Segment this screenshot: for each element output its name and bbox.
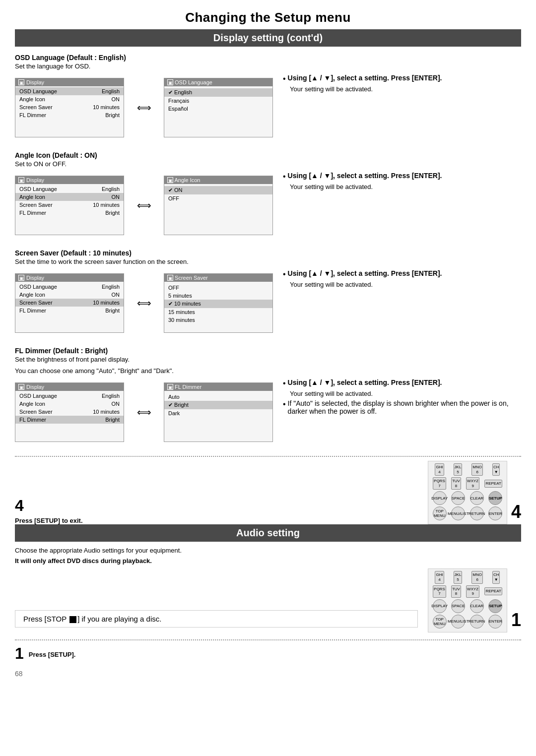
- sub-menu-item: OFF: [164, 194, 272, 202]
- fl-instruction-note2: If "Auto" is selected, the display is sh…: [288, 399, 521, 415]
- step4-number-right: 4: [511, 502, 521, 522]
- angle-display-menu-title: Display: [26, 177, 44, 183]
- remote-btn-9a: WXYZ9: [466, 585, 479, 598]
- remote-btn-menulista: MENU/LIST: [451, 615, 465, 629]
- screen-saver-block: Screen Saver (Default : 10 minutes) Set …: [15, 249, 521, 337]
- osd-language-subtitle: Set the language for OSD.: [15, 63, 521, 70]
- audio-step1-number: 1: [15, 644, 24, 663]
- osd-sub-menu: ▣ OSD Language ✔ English Français Españo…: [164, 78, 273, 137]
- menu-row: OSD LanguageEnglish: [15, 87, 124, 95]
- menu-icon: ▣: [18, 79, 24, 85]
- angle-sub-menu-title: Angle Icon: [174, 177, 200, 183]
- angle-icon-block: Angle Icon (Default : ON) Set to ON or O…: [15, 151, 521, 239]
- osd-display-menu: ▣ Display OSD LanguageEnglish Angle Icon…: [15, 78, 124, 137]
- remote-btn-topmenua: TOP MENU: [433, 615, 447, 629]
- remote-btn-4a: GHI4: [435, 571, 444, 583]
- stop-icon: [69, 616, 76, 623]
- sub-menu-item: ✔ ON: [164, 186, 272, 194]
- ss-display-menu: ▣ Display OSD LanguageEnglish Angle Icon…: [15, 273, 124, 333]
- menu-row: Angle IconON: [15, 193, 124, 201]
- menu-row: Angle IconON: [15, 291, 124, 299]
- arrow: ⟺: [129, 102, 159, 114]
- remote-btn-8a: TUV8: [451, 585, 461, 598]
- sub-menu-item: OFF: [164, 284, 272, 292]
- remote-btn-enter: ENTER: [488, 506, 502, 520]
- audio-intro: Choose the appropriate Audio settings fo…: [15, 547, 521, 554]
- ss-instruction-panel: • Using [▲ / ▼], select a setting. Press…: [278, 269, 521, 288]
- step4-number: 4: [15, 497, 83, 515]
- bullet: •: [283, 399, 286, 409]
- menu-row: FL DimmerBright: [15, 307, 124, 315]
- press-setup-exit: Press [SETUP] to exit.: [15, 517, 83, 524]
- remote-btn-cleara: CLEAR: [470, 599, 484, 613]
- angle-icon-subtitle: Set to ON or OFF.: [15, 160, 521, 168]
- page-number: 68: [15, 670, 521, 678]
- fl-instruction-note1: Your setting will be activated.: [283, 390, 521, 397]
- remote-btn-4: GHI4: [435, 463, 444, 476]
- remote-btn-repeat: REPEAT: [484, 480, 502, 488]
- angle-icon-title: Angle Icon (Default : ON): [15, 151, 521, 159]
- remote-btn-5: JKL5: [454, 463, 463, 476]
- menu-row: Screen Saver10 minutes: [15, 201, 124, 209]
- fl-display-menu-title: Display: [26, 384, 44, 390]
- bullet: •: [283, 269, 286, 279]
- remote-btn-7a: PQRS7: [433, 585, 446, 598]
- menu-icon: ▣: [18, 177, 24, 183]
- menu-row: OSD LanguageEnglish: [15, 283, 124, 291]
- osd-sub-menu-title: OSD Language: [175, 79, 212, 85]
- step4-row: 4 Press [SETUP] to exit. GHI4 JKL5 MNO6 …: [15, 461, 521, 524]
- press-setup-audio: Press [SETUP].: [29, 651, 76, 658]
- menu-row: FL DimmerBright: [15, 416, 124, 424]
- fl-dimmer-title: FL Dimmer (Default : Bright): [15, 347, 521, 355]
- screen-saver-title: Screen Saver (Default : 10 minutes): [15, 249, 521, 257]
- dotted-separator-audio: [15, 639, 521, 640]
- osd-instruction-panel: • Using [▲ / ▼], select a setting. Press…: [278, 74, 521, 93]
- sub-menu-item: 30 minutes: [164, 316, 272, 324]
- osd-language-title: OSD Language (Default : English): [15, 54, 521, 62]
- double-arrow-icon: ⟺: [137, 297, 151, 309]
- sub-menu-item: Español: [164, 105, 272, 113]
- menu-row: Screen Saver10 minutes: [15, 299, 124, 307]
- remote-btn-display: DISPLAY: [433, 491, 447, 505]
- sub-menu-item: Français: [164, 97, 272, 105]
- fl-dimmer-block: FL Dimmer (Default : Bright) Set the bri…: [15, 347, 521, 446]
- sub-menu-icon: ▣: [167, 384, 173, 390]
- angle-display-menu: ▣ Display OSD LanguageEnglish Angle Icon…: [15, 176, 124, 235]
- menu-icon: ▣: [18, 384, 24, 390]
- sub-menu-item: 5 minutes: [164, 292, 272, 300]
- ss-display-menu-title: Display: [26, 275, 44, 281]
- remote-btn-repeata: REPEAT: [484, 587, 502, 595]
- remote-btn-8: TUV8: [451, 477, 461, 490]
- audio-section-header: Audio setting: [15, 524, 521, 542]
- double-arrow-icon: ⟺: [137, 199, 151, 211]
- double-arrow-icon: ⟺: [137, 406, 151, 418]
- sub-menu-item: ✔ 10 minutes: [164, 300, 272, 308]
- display-section-header: Display setting (cont'd): [15, 29, 521, 47]
- angle-instruction-bullet: Using [▲ / ▼], select a setting. Press […: [288, 172, 521, 180]
- ss-sub-menu: ▣ Screen Saver OFF 5 minutes ✔ 10 minute…: [164, 273, 273, 333]
- sub-menu-icon: ▣: [167, 275, 173, 281]
- remote-diagram-audio: GHI4 JKL5 MNO6 CH▼ PQRS7 TUV8 WXYZ9 REPE…: [428, 568, 507, 632]
- sub-menu-item: 15 minutes: [164, 308, 272, 316]
- angle-instruction-panel: • Using [▲ / ▼], select a setting. Press…: [278, 172, 521, 190]
- osd-instruction-bullet: Using [▲ / ▼], select a setting. Press […: [288, 74, 521, 82]
- remote-btn-7: PQRS7: [433, 477, 446, 490]
- remote-btn-setup: SETUP: [488, 491, 502, 505]
- remote-btn-entera: ENTER: [488, 615, 502, 629]
- menu-row: OSD LanguageEnglish: [15, 185, 124, 193]
- ss-sub-menu-title: Screen Saver: [175, 275, 208, 281]
- remote-btn-9: WXYZ9: [466, 477, 479, 490]
- fl-sub-menu-title: FL Dimmer: [175, 384, 201, 390]
- arrow: ⟺: [129, 297, 159, 309]
- audio-step1-row: 1 Press [SETUP].: [15, 644, 521, 665]
- remote-btn-space: SPACE: [451, 491, 465, 505]
- sub-menu-item: Dark: [164, 409, 272, 417]
- arrow: ⟺: [129, 406, 159, 418]
- menu-row: FL DimmerBright: [15, 111, 124, 119]
- menu-row: Screen Saver10 minutes: [15, 103, 124, 111]
- fl-dimmer-subtitle2: You can choose one among "Auto", "Bright…: [15, 367, 521, 375]
- remote-btn-topmenu: TOP MENU: [433, 506, 447, 520]
- menu-row: Screen Saver10 minutes: [15, 408, 124, 416]
- remote-btn-6a: MNO6: [471, 571, 483, 583]
- audio-bold-note: It will only affect DVD discs during pla…: [15, 557, 521, 565]
